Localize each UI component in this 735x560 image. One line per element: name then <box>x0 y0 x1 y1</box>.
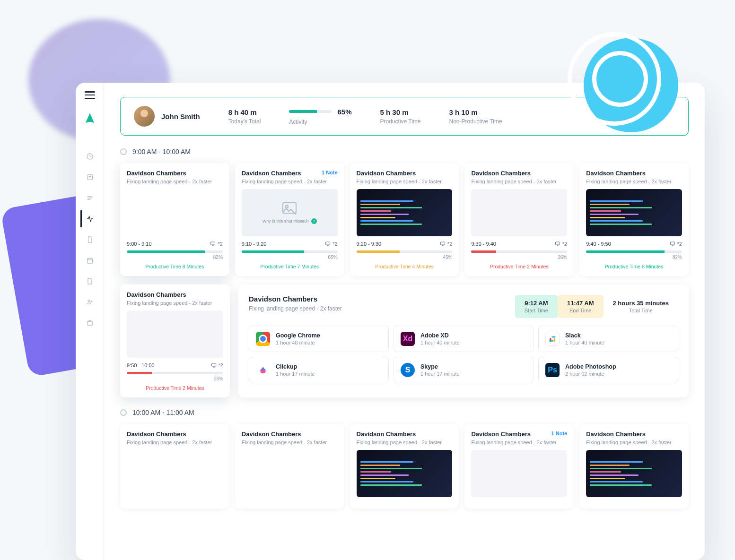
screenshot-thumbnail[interactable] <box>471 189 567 236</box>
screenshot-missing[interactable]: Why is this shot missed? ? <box>242 189 338 236</box>
monitor-icon <box>211 362 217 368</box>
app-card[interactable]: Slack1 hour 40 minute <box>538 326 678 352</box>
activity-card[interactable]: Davidson ChambersFixing landing page spe… <box>350 424 459 508</box>
card-title: Davidson Chambers <box>471 170 531 177</box>
card-subtitle: Fixing landing page speed - 2x faster <box>357 439 453 445</box>
slack-icon <box>545 332 560 346</box>
app-card[interactable]: SSkype1 hour 17 minute <box>394 357 534 383</box>
svg-point-4 <box>91 301 92 302</box>
chrome-icon <box>256 332 270 346</box>
app-card[interactable]: Google Chrome1 hour 40 minute <box>249 326 389 352</box>
nav-projects-icon[interactable] <box>80 169 97 186</box>
skype-icon: S <box>401 363 415 377</box>
card-title: Davidson Chambers <box>242 170 301 177</box>
time-boxes: 9:12 AM Start Time 11:47 AM End Time 2 h… <box>515 295 678 318</box>
screenshot-thumbnail[interactable] <box>357 189 453 236</box>
card-footer-icons: *2 <box>670 241 682 247</box>
screenshot-thumbnail[interactable] <box>242 450 338 497</box>
app-name: Adobe Photoshop <box>565 363 616 370</box>
nav-activity-icon[interactable] <box>80 210 97 227</box>
time-range-label: 9:00 AM - 10:00 AM <box>132 148 191 155</box>
nav-list-icon[interactable] <box>80 190 97 207</box>
card-time-range: 9:50 - 10:00 <box>127 362 155 368</box>
nav-file-icon[interactable] <box>80 273 97 290</box>
ps-icon: Ps <box>545 363 560 377</box>
card-productive-label: Productive Time 2 Minutes <box>471 264 567 269</box>
activity-card[interactable]: Davidson ChambersFixing landing page spe… <box>350 163 459 276</box>
card-time-range: 9:00 - 9:10 <box>127 241 152 247</box>
app-card[interactable]: Clickup1 hour 17 minute <box>249 357 389 383</box>
screenshot-thumbnail[interactable] <box>127 310 223 358</box>
activity-card[interactable]: Davidson ChambersFixing landing page spe… <box>579 163 689 276</box>
card-pct: 45% <box>357 255 453 260</box>
activity-card-extra[interactable]: Davidson Chambers Fixing landing page sp… <box>120 284 230 397</box>
screenshot-thumbnail[interactable] <box>127 189 223 236</box>
card-time-range: 9:30 - 9:40 <box>471 241 496 247</box>
apps-grid: Google Chrome1 hour 40 minuteXdAdobe XD1… <box>249 326 678 383</box>
card-note-link[interactable]: 1 Note <box>551 431 568 436</box>
avatar[interactable] <box>134 106 155 127</box>
screenshot-thumbnail[interactable] <box>357 450 453 497</box>
nav-briefcase-icon[interactable] <box>80 314 97 331</box>
svg-rect-10 <box>440 242 445 245</box>
nav-team-icon[interactable] <box>80 293 97 310</box>
card-footer-icons: *2 <box>440 241 452 247</box>
detail-panel: Davidson Chambers Fixing landing page sp… <box>238 284 689 397</box>
hamburger-icon[interactable] <box>85 91 95 99</box>
monitor-icon <box>325 241 331 247</box>
main-content: John Smith 8 h 40 m Today's Total 65% Ac… <box>104 83 705 560</box>
clickup-icon <box>256 363 270 377</box>
bg-circle-cyan <box>584 38 678 132</box>
app-name: Skype <box>420 363 460 370</box>
app-time: 1 hour 40 minute <box>565 340 604 345</box>
card-time-range: 9:20 - 9:30 <box>357 241 382 247</box>
time-radio[interactable] <box>120 409 127 416</box>
start-time-box: 9:12 AM Start Time <box>515 295 558 318</box>
image-placeholder-icon <box>281 201 298 215</box>
card-pct: 65% <box>242 255 338 260</box>
screenshot-thumbnail[interactable] <box>127 450 223 497</box>
activity-card[interactable]: Davidson ChambersFixing landing page spe… <box>235 424 344 508</box>
card-subtitle: Fixing landing page speed - 2x faster <box>127 300 223 306</box>
card-title: Davidson Chambers <box>242 431 301 438</box>
help-icon[interactable]: ? <box>311 218 317 224</box>
activity-card[interactable]: Davidson Chambers1 NoteFixing landing pa… <box>235 163 344 276</box>
svg-rect-13 <box>211 363 216 366</box>
card-subtitle: Fixing landing page speed - 2x faster <box>471 439 567 445</box>
app-time: 1 hour 40 minute <box>276 340 320 345</box>
nav-document-icon[interactable] <box>80 231 97 248</box>
nav-calendar-icon[interactable] <box>80 252 97 269</box>
screenshot-thumbnail[interactable] <box>471 450 567 497</box>
activity-card[interactable]: Davidson ChambersFixing landing page spe… <box>120 424 229 508</box>
card-title: Davidson Chambers <box>357 431 416 438</box>
card-title: Davidson Chambers <box>586 431 646 438</box>
nav-dashboard-icon[interactable] <box>80 148 97 165</box>
stat-today-total: 8 h 40 m Today's Total <box>228 108 261 125</box>
card-note-link[interactable]: 1 Note <box>322 170 338 175</box>
svg-rect-5 <box>87 321 92 325</box>
card-title: Davidson Chambers <box>127 291 186 298</box>
card-time-range: 9:40 - 9:50 <box>586 241 611 247</box>
card-pct: 26% <box>471 255 567 260</box>
screenshot-thumbnail[interactable] <box>586 189 682 236</box>
activity-card[interactable]: Davidson ChambersFixing landing page spe… <box>120 163 229 276</box>
time-header-2: 10:00 AM - 11:00 AM <box>120 409 689 416</box>
app-time: 1 hour 40 minute <box>420 340 460 345</box>
activity-card[interactable]: Davidson ChambersFixing landing page spe… <box>464 163 574 276</box>
activity-card[interactable]: Davidson Chambers1 NoteFixing landing pa… <box>464 424 574 508</box>
app-name: Slack <box>565 332 604 339</box>
stat-nonproductive: 3 h 10 m Non-Productive Time <box>449 108 502 125</box>
card-productive-label: Productive Time 8 Minutes <box>586 264 682 269</box>
card-subtitle: Fixing landing page speed - 2x faster <box>357 179 453 184</box>
app-card[interactable]: PsAdobe Photoshop2 hour 02 minute <box>538 357 678 383</box>
detail-title: Davidson Chambers <box>249 295 342 303</box>
card-title: Davidson Chambers <box>127 170 186 177</box>
svg-rect-16 <box>554 338 555 342</box>
activity-card[interactable]: Davidson ChambersFixing landing page spe… <box>579 424 689 508</box>
card-pct: 82% <box>127 255 223 260</box>
time-radio[interactable] <box>120 148 127 155</box>
total-time-box: 2 hours 35 minutes Total Time <box>604 295 678 318</box>
app-card[interactable]: XdAdobe XD1 hour 40 minute <box>394 326 534 352</box>
monitor-icon <box>210 241 216 247</box>
screenshot-thumbnail[interactable] <box>586 450 682 497</box>
